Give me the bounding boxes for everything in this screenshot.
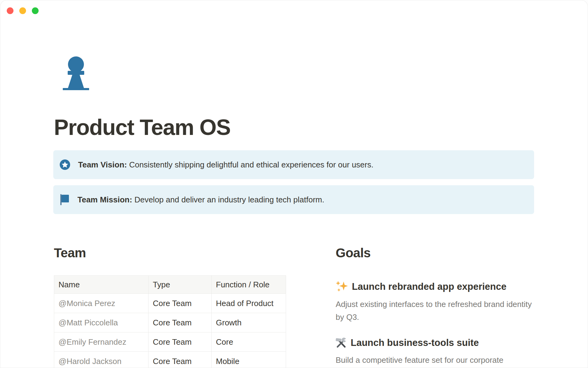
table-header-row: Name Type Function / Role <box>54 276 286 294</box>
two-column-section: Team Name Type Function / Role @Monica P… <box>54 245 535 368</box>
table-row: @Emily Fernandez Core Team Core <box>54 332 286 352</box>
goal-title-text: Launch business-tools suite <box>351 337 479 348</box>
role-cell[interactable]: Mobile <box>212 352 286 368</box>
minimize-button[interactable] <box>19 7 26 14</box>
column-header-name[interactable]: Name <box>54 276 149 294</box>
person-mention[interactable]: @Matt Piccolella <box>54 313 149 332</box>
person-mention[interactable]: @Monica Perez <box>54 294 149 313</box>
goal-title-text: Launch rebranded app experience <box>352 281 507 292</box>
type-cell[interactable]: Core Team <box>149 294 212 313</box>
callout-text: Team Vision: Consistently shipping delig… <box>78 159 373 170</box>
goal-title-rebrand[interactable]: Launch rebranded app experience <box>336 281 535 293</box>
star-circle-icon[interactable] <box>60 159 70 170</box>
team-table: Name Type Function / Role @Monica Perez … <box>54 275 286 368</box>
sparkles-icon <box>336 281 348 293</box>
app-window: Product Team OS Team Vision: Consistentl… <box>0 0 588 368</box>
role-cell[interactable]: Head of Product <box>212 294 286 313</box>
callout-body: Consistently shipping delightful and eth… <box>129 160 374 169</box>
goals-column: Goals Launch rebranded app experience Ad… <box>336 245 535 368</box>
zoom-button[interactable] <box>32 7 39 14</box>
table-row: @Matt Piccolella Core Team Growth <box>54 313 286 332</box>
person-mention[interactable]: @Emily Fernandez <box>54 332 149 352</box>
column-header-role[interactable]: Function / Role <box>212 276 286 294</box>
goals-heading[interactable]: Goals <box>336 245 535 261</box>
role-cell[interactable]: Growth <box>212 313 286 332</box>
callout-text: Team Mission: Develop and deliver an ind… <box>77 194 324 205</box>
team-heading[interactable]: Team <box>54 245 286 261</box>
type-cell[interactable]: Core Team <box>149 332 212 352</box>
type-cell[interactable]: Core Team <box>149 352 212 368</box>
table-row: @Monica Perez Core Team Head of Product <box>54 294 286 313</box>
callout-body: Develop and deliver an industry leading … <box>134 195 324 204</box>
goal-description[interactable]: Adjust existing interfaces to the refres… <box>336 298 535 324</box>
page-title[interactable]: Product Team OS <box>54 114 230 140</box>
callout-label: Team Mission: <box>77 195 132 204</box>
column-header-type[interactable]: Type <box>149 276 212 294</box>
table-row: @Harold Jackson Core Team Mobile <box>54 352 286 368</box>
window-controls <box>7 7 39 14</box>
team-column: Team Name Type Function / Role @Monica P… <box>54 245 286 368</box>
callout-label: Team Vision: <box>78 160 127 169</box>
goal-description[interactable]: Build a competitive feature set for our … <box>336 354 535 366</box>
type-cell[interactable]: Core Team <box>149 313 212 332</box>
team-vision-callout[interactable]: Team Vision: Consistently shipping delig… <box>53 150 534 179</box>
pawn-icon[interactable] <box>62 56 89 90</box>
person-mention[interactable]: @Harold Jackson <box>54 352 149 368</box>
hammer-wrench-icon <box>336 337 347 348</box>
goal-title-business-tools[interactable]: Launch business-tools suite <box>336 337 535 348</box>
team-mission-callout[interactable]: Team Mission: Develop and deliver an ind… <box>53 185 534 214</box>
close-button[interactable] <box>7 7 13 14</box>
flag-icon[interactable] <box>60 194 70 205</box>
role-cell[interactable]: Core <box>212 332 286 352</box>
